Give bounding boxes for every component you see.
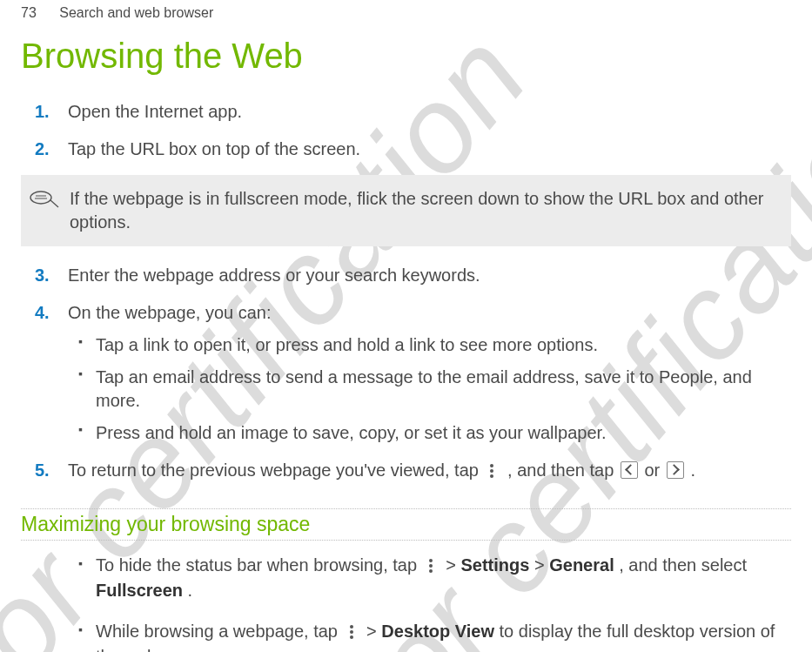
step-text: Enter the webpage address or your search… (68, 266, 480, 285)
steps-list: 1. Open the Internet app. 2. Tap the URL… (21, 100, 791, 161)
running-header: 73 Search and web browser (21, 5, 791, 21)
label-settings: Settings (460, 555, 529, 575)
text-fragment: > (446, 555, 460, 575)
step-4: 4. On the webpage, you can: Tap a link t… (68, 301, 791, 445)
step-2: 2. Tap the URL box on top of the screen. (68, 138, 791, 161)
step-1: 1. Open the Internet app. (68, 100, 791, 124)
page-number: 73 (21, 5, 37, 20)
tip-callout: If the webpage is in fullscreen mode, fl… (21, 175, 791, 246)
step-3: 3. Enter the webpage address or your sea… (68, 264, 791, 287)
text-fragment: > (534, 555, 549, 575)
list-item: Tap a link to open it, or press and hold… (96, 333, 791, 357)
step-text-fragment: . (690, 460, 695, 480)
text-fragment: > (366, 622, 381, 641)
list-item: While browsing a webpage, tap > Desktop … (96, 619, 791, 652)
tip-icon (30, 187, 59, 214)
step-text: On the webpage, you can: (68, 303, 272, 322)
step-text-fragment: , and then tap (507, 460, 619, 480)
step-text-fragment: or (644, 460, 664, 480)
label-general: General (549, 555, 614, 575)
overflow-menu-icon (345, 624, 360, 640)
step-text-fragment: To return to the previous webpage you've… (68, 460, 483, 480)
step-number: 1. (35, 100, 50, 124)
step-text: Open the Internet app. (68, 102, 242, 121)
list-item: Press and hold an image to save, copy, o… (96, 421, 791, 445)
section-name: Search and web browser (59, 5, 213, 20)
svg-point-0 (30, 192, 51, 204)
label-desktop-view: Desktop View (381, 622, 494, 641)
list-item: To hide the status bar when browsing, ta… (96, 553, 791, 603)
page-content: 73 Search and web browser Browsing the W… (0, 0, 812, 652)
svg-line-1 (50, 200, 58, 207)
back-icon (621, 461, 638, 479)
page-title: Browsing the Web (21, 37, 791, 76)
steps-list-continued: 3. Enter the webpage address or your sea… (21, 264, 791, 482)
list-item: Tap an email address to send a message t… (96, 366, 791, 413)
label-fullscreen: Fullscreen (96, 581, 183, 600)
subsection-bullets: To hide the status bar when browsing, ta… (21, 553, 791, 652)
overflow-menu-icon (485, 463, 500, 479)
overflow-menu-icon (424, 558, 440, 574)
text-fragment: To hide the status bar when browsing, ta… (96, 555, 422, 575)
step-number: 2. (35, 138, 50, 161)
text-fragment: , and then select (619, 555, 747, 575)
text-fragment: While browsing a webpage, tap (96, 622, 343, 641)
step-number: 5. (35, 459, 50, 482)
step-text: Tap the URL box on top of the screen. (68, 139, 360, 158)
subheading: Maximizing your browsing space (21, 508, 791, 541)
step-4-sublist: Tap a link to open it, or press and hold… (68, 333, 791, 445)
step-number: 4. (35, 301, 50, 325)
step-number: 3. (35, 264, 50, 287)
forward-icon (667, 461, 684, 479)
text-fragment: . (188, 581, 193, 600)
tip-text: If the webpage is in fullscreen mode, fl… (70, 189, 763, 232)
step-5: 5. To return to the previous webpage you… (68, 459, 791, 482)
